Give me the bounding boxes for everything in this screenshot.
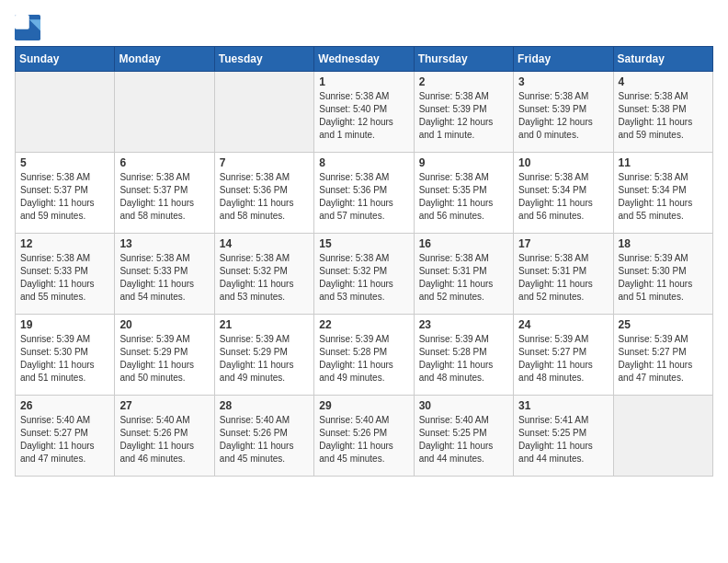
calendar-cell: 26Sunrise: 5:40 AM Sunset: 5:27 PM Dayli… (16, 396, 115, 477)
calendar-cell: 12Sunrise: 5:38 AM Sunset: 5:33 PM Dayli… (16, 234, 115, 315)
day-info: Sunrise: 5:38 AM Sunset: 5:34 PM Dayligh… (619, 171, 708, 223)
calendar-cell: 15Sunrise: 5:38 AM Sunset: 5:32 PM Dayli… (314, 234, 414, 315)
day-info: Sunrise: 5:40 AM Sunset: 5:26 PM Dayligh… (220, 414, 309, 465)
day-info: Sunrise: 5:38 AM Sunset: 5:32 PM Dayligh… (220, 252, 309, 304)
day-number: 15 (319, 237, 408, 250)
day-number: 18 (619, 237, 708, 250)
day-info: Sunrise: 5:39 AM Sunset: 5:28 PM Dayligh… (419, 333, 508, 385)
day-number: 14 (220, 237, 309, 250)
day-info: Sunrise: 5:39 AM Sunset: 5:30 PM Dayligh… (20, 333, 109, 385)
calendar-cell: 7Sunrise: 5:38 AM Sunset: 5:36 PM Daylig… (214, 153, 313, 234)
calendar-cell: 19Sunrise: 5:39 AM Sunset: 5:30 PM Dayli… (16, 315, 115, 396)
day-info: Sunrise: 5:39 AM Sunset: 5:29 PM Dayligh… (220, 333, 309, 385)
calendar-cell (115, 72, 214, 153)
day-number: 8 (319, 156, 408, 169)
day-number: 17 (518, 237, 608, 250)
svg-rect-2 (15, 15, 29, 29)
weekday-header: Saturday (613, 47, 712, 72)
calendar-cell: 25Sunrise: 5:39 AM Sunset: 5:27 PM Dayli… (613, 315, 712, 396)
logo-icon (15, 15, 40, 40)
day-number: 31 (518, 399, 608, 412)
calendar-cell: 4Sunrise: 5:38 AM Sunset: 5:38 PM Daylig… (613, 72, 712, 153)
day-number: 10 (518, 156, 608, 169)
day-info: Sunrise: 5:39 AM Sunset: 5:27 PM Dayligh… (518, 333, 608, 385)
weekday-header: Friday (514, 47, 613, 72)
day-number: 1 (319, 75, 408, 88)
day-number: 30 (419, 399, 508, 412)
calendar-cell: 13Sunrise: 5:38 AM Sunset: 5:33 PM Dayli… (115, 234, 214, 315)
day-info: Sunrise: 5:38 AM Sunset: 5:36 PM Dayligh… (319, 171, 408, 223)
calendar-week-row: 12Sunrise: 5:38 AM Sunset: 5:33 PM Dayli… (16, 234, 713, 315)
day-info: Sunrise: 5:39 AM Sunset: 5:28 PM Dayligh… (319, 333, 408, 385)
calendar-cell: 21Sunrise: 5:39 AM Sunset: 5:29 PM Dayli… (214, 315, 313, 396)
calendar-week-row: 5Sunrise: 5:38 AM Sunset: 5:37 PM Daylig… (16, 153, 713, 234)
calendar-cell: 1Sunrise: 5:38 AM Sunset: 5:40 PM Daylig… (314, 72, 414, 153)
day-number: 6 (119, 156, 209, 169)
day-number: 3 (518, 75, 608, 88)
day-info: Sunrise: 5:38 AM Sunset: 5:31 PM Dayligh… (419, 252, 508, 304)
day-info: Sunrise: 5:38 AM Sunset: 5:39 PM Dayligh… (518, 90, 608, 142)
calendar-cell: 31Sunrise: 5:41 AM Sunset: 5:25 PM Dayli… (514, 396, 613, 477)
day-info: Sunrise: 5:41 AM Sunset: 5:25 PM Dayligh… (518, 414, 608, 465)
calendar-cell: 29Sunrise: 5:40 AM Sunset: 5:26 PM Dayli… (314, 396, 414, 477)
calendar-cell: 11Sunrise: 5:38 AM Sunset: 5:34 PM Dayli… (613, 153, 712, 234)
weekday-row: SundayMondayTuesdayWednesdayThursdayFrid… (16, 47, 713, 72)
calendar-cell (613, 396, 712, 477)
day-number: 2 (419, 75, 508, 88)
calendar-cell (214, 72, 313, 153)
day-number: 27 (119, 399, 209, 412)
calendar-table: SundayMondayTuesdayWednesdayThursdayFrid… (15, 46, 713, 477)
calendar-cell: 20Sunrise: 5:39 AM Sunset: 5:29 PM Dayli… (115, 315, 214, 396)
day-info: Sunrise: 5:39 AM Sunset: 5:29 PM Dayligh… (119, 333, 209, 385)
calendar-cell: 28Sunrise: 5:40 AM Sunset: 5:26 PM Dayli… (214, 396, 313, 477)
calendar-cell: 2Sunrise: 5:38 AM Sunset: 5:39 PM Daylig… (414, 72, 513, 153)
calendar-body: 1Sunrise: 5:38 AM Sunset: 5:40 PM Daylig… (16, 72, 713, 477)
day-info: Sunrise: 5:40 AM Sunset: 5:27 PM Dayligh… (20, 414, 109, 465)
day-info: Sunrise: 5:38 AM Sunset: 5:31 PM Dayligh… (518, 252, 608, 304)
day-number: 28 (220, 399, 309, 412)
calendar-cell: 18Sunrise: 5:39 AM Sunset: 5:30 PM Dayli… (613, 234, 712, 315)
calendar-cell: 17Sunrise: 5:38 AM Sunset: 5:31 PM Dayli… (514, 234, 613, 315)
calendar-cell: 27Sunrise: 5:40 AM Sunset: 5:26 PM Dayli… (115, 396, 214, 477)
day-number: 4 (619, 75, 708, 88)
weekday-header: Wednesday (314, 47, 414, 72)
weekday-header: Thursday (414, 47, 513, 72)
day-info: Sunrise: 5:38 AM Sunset: 5:34 PM Dayligh… (518, 171, 608, 223)
calendar-cell: 8Sunrise: 5:38 AM Sunset: 5:36 PM Daylig… (314, 153, 414, 234)
day-number: 19 (20, 318, 109, 331)
day-info: Sunrise: 5:38 AM Sunset: 5:32 PM Dayligh… (319, 252, 408, 304)
calendar-cell: 30Sunrise: 5:40 AM Sunset: 5:25 PM Dayli… (414, 396, 513, 477)
day-info: Sunrise: 5:38 AM Sunset: 5:37 PM Dayligh… (119, 171, 209, 223)
day-number: 24 (518, 318, 608, 331)
calendar-cell: 6Sunrise: 5:38 AM Sunset: 5:37 PM Daylig… (115, 153, 214, 234)
day-number: 12 (20, 237, 109, 250)
page-header (15, 15, 713, 40)
weekday-header: Monday (115, 47, 214, 72)
day-number: 29 (319, 399, 408, 412)
day-info: Sunrise: 5:40 AM Sunset: 5:26 PM Dayligh… (119, 414, 209, 465)
logo (15, 15, 44, 40)
day-number: 20 (119, 318, 209, 331)
day-number: 11 (619, 156, 708, 169)
day-info: Sunrise: 5:39 AM Sunset: 5:30 PM Dayligh… (619, 252, 708, 304)
calendar-week-row: 26Sunrise: 5:40 AM Sunset: 5:27 PM Dayli… (16, 396, 713, 477)
calendar-cell: 10Sunrise: 5:38 AM Sunset: 5:34 PM Dayli… (514, 153, 613, 234)
day-number: 22 (319, 318, 408, 331)
day-info: Sunrise: 5:38 AM Sunset: 5:33 PM Dayligh… (119, 252, 209, 304)
day-info: Sunrise: 5:38 AM Sunset: 5:35 PM Dayligh… (419, 171, 508, 223)
calendar-header: SundayMondayTuesdayWednesdayThursdayFrid… (16, 47, 713, 72)
calendar-week-row: 19Sunrise: 5:39 AM Sunset: 5:30 PM Dayli… (16, 315, 713, 396)
calendar-cell (16, 72, 115, 153)
day-number: 26 (20, 399, 109, 412)
day-info: Sunrise: 5:38 AM Sunset: 5:40 PM Dayligh… (319, 90, 408, 142)
calendar-cell: 22Sunrise: 5:39 AM Sunset: 5:28 PM Dayli… (314, 315, 414, 396)
day-info: Sunrise: 5:38 AM Sunset: 5:37 PM Dayligh… (20, 171, 109, 223)
day-info: Sunrise: 5:40 AM Sunset: 5:25 PM Dayligh… (419, 414, 508, 465)
weekday-header: Tuesday (214, 47, 313, 72)
day-info: Sunrise: 5:38 AM Sunset: 5:36 PM Dayligh… (220, 171, 309, 223)
calendar-cell: 9Sunrise: 5:38 AM Sunset: 5:35 PM Daylig… (414, 153, 513, 234)
day-number: 21 (220, 318, 309, 331)
day-number: 9 (419, 156, 508, 169)
day-info: Sunrise: 5:38 AM Sunset: 5:39 PM Dayligh… (419, 90, 508, 142)
calendar-cell: 23Sunrise: 5:39 AM Sunset: 5:28 PM Dayli… (414, 315, 513, 396)
